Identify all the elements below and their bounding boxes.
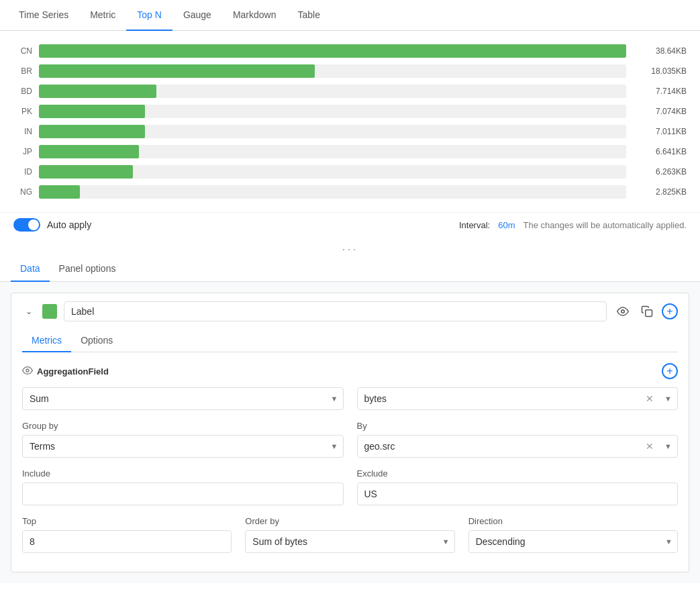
- inner-tab-options[interactable]: Options: [71, 330, 122, 352]
- field-label-text: Field: [89, 366, 109, 377]
- bar-row: BD 7.714KB: [13, 85, 687, 98]
- exclude-input[interactable]: [357, 483, 679, 505]
- auto-apply-group: Auto apply: [13, 218, 91, 232]
- color-swatch[interactable]: [42, 304, 57, 319]
- bar-track: [39, 64, 626, 78]
- order-by-group: Order by Sum of bytes Count Average ▼: [245, 516, 454, 553]
- svg-point-0: [621, 310, 625, 313]
- by-input[interactable]: [358, 436, 641, 457]
- aggregation-eye-icon[interactable]: [22, 365, 33, 378]
- by-chevron-icon[interactable]: ▼: [659, 442, 677, 450]
- bar-fill: [39, 185, 80, 199]
- field-input[interactable]: [358, 388, 641, 409]
- query-label-input[interactable]: [64, 301, 607, 321]
- bar-fill: [39, 105, 145, 118]
- bar-value: 6.641KB: [633, 147, 687, 156]
- bar-value: 7.714KB: [633, 87, 687, 96]
- top-label: Top: [22, 516, 232, 526]
- query-action-icons: +: [613, 302, 678, 321]
- exclude-label: Exclude: [357, 468, 679, 479]
- bar-value: 7.074KB: [633, 107, 687, 116]
- bar-track: [39, 44, 626, 58]
- bar-value: 18.035KB: [633, 66, 687, 76]
- bar-fill: [39, 145, 139, 158]
- aggregation-select-group: Sum Count Average Max Min ▼: [22, 387, 344, 410]
- bar-label: PK: [13, 107, 32, 116]
- query-block: ⌄ + Metrics Options: [11, 293, 689, 572]
- group-by-select[interactable]: Terms Histogram Date Histogram: [22, 435, 344, 458]
- sub-tabs: Data Panel options: [0, 256, 700, 282]
- bar-row: BR 18.035KB: [13, 64, 687, 78]
- bar-label: ID: [13, 167, 32, 177]
- include-input[interactable]: [22, 483, 344, 505]
- auto-apply-label: Auto apply: [47, 219, 91, 230]
- aggregation-label-text: Aggregation: [37, 366, 89, 377]
- more-options-dots[interactable]: ...: [0, 237, 700, 256]
- sub-tab-panel-options[interactable]: Panel options: [50, 256, 126, 282]
- include-exclude-row: Include Exclude: [22, 468, 678, 505]
- bar-value: 6.263KB: [633, 167, 687, 177]
- interval-message: The changes will be automatically applie…: [523, 220, 687, 230]
- bar-fill: [39, 44, 626, 58]
- include-group: Include: [22, 468, 344, 505]
- inner-tab-metrics[interactable]: Metrics: [22, 330, 71, 352]
- aggregation-section-label: Aggregation: [22, 365, 89, 378]
- bar-row: IN 7.011KB: [13, 125, 687, 138]
- by-input-wrapper: ✕ ▼: [357, 435, 679, 458]
- order-by-select[interactable]: Sum of bytes Count Average: [245, 530, 454, 553]
- field-clear-button[interactable]: ✕: [640, 393, 659, 404]
- tab-markdown[interactable]: Markdown: [222, 0, 287, 31]
- tab-table[interactable]: Table: [287, 0, 331, 31]
- aggregation-select-wrapper: Sum Count Average Max Min ▼: [22, 387, 344, 410]
- bar-value: 38.64KB: [633, 46, 687, 56]
- controls-bar: Auto apply Interval: 60m The changes wil…: [0, 212, 700, 237]
- bar-row: PK 7.074KB: [13, 105, 687, 118]
- bar-label: CN: [13, 46, 32, 56]
- bar-row: JP 6.641KB: [13, 145, 687, 158]
- svg-point-2: [26, 369, 29, 372]
- direction-group: Direction Descending Ascending ▼: [468, 516, 678, 553]
- bar-track: [39, 165, 626, 179]
- bar-label: IN: [13, 127, 32, 136]
- aggregation-select[interactable]: Sum Count Average Max Min: [22, 387, 344, 410]
- tab-gauge[interactable]: Gauge: [172, 0, 222, 31]
- field-chevron-icon[interactable]: ▼: [659, 395, 677, 403]
- tab-top-n[interactable]: Top N: [126, 0, 172, 31]
- by-clear-button[interactable]: ✕: [640, 441, 659, 452]
- collapse-button[interactable]: ⌄: [22, 305, 36, 318]
- copy-icon[interactable]: [638, 302, 656, 321]
- field-input-wrapper: ✕ ▼: [357, 387, 679, 410]
- tab-time-series[interactable]: Time Series: [8, 0, 79, 31]
- interval-label: Interval:: [459, 220, 490, 230]
- bar-fill: [39, 125, 145, 138]
- panel-content: ⌄ + Metrics Options: [0, 282, 700, 583]
- interval-value: 60m: [498, 220, 515, 230]
- add-aggregation-button[interactable]: +: [662, 363, 678, 379]
- sub-tab-data[interactable]: Data: [11, 256, 50, 282]
- bar-track: [39, 85, 626, 98]
- field-select-group: ✕ ▼: [357, 387, 679, 410]
- bar-track: [39, 185, 626, 199]
- direction-select[interactable]: Descending Ascending: [468, 530, 678, 553]
- svg-rect-1: [646, 310, 652, 317]
- exclude-group: Exclude: [357, 468, 679, 505]
- by-label: By: [357, 421, 679, 431]
- top-group: Top: [22, 516, 232, 553]
- bar-track: [39, 145, 626, 158]
- aggregation-row: Sum Count Average Max Min ▼ ✕ ▼: [22, 387, 678, 410]
- aggregation-header: Aggregation Field +: [22, 363, 678, 379]
- bar-row: CN 38.64KB: [13, 44, 687, 58]
- auto-apply-toggle[interactable]: [13, 218, 40, 232]
- eye-toggle-icon[interactable]: [613, 302, 632, 321]
- interval-info: Interval: 60m The changes will be automa…: [459, 220, 687, 230]
- bar-label: BR: [13, 66, 32, 76]
- top-input[interactable]: [22, 530, 232, 553]
- add-query-button[interactable]: +: [662, 303, 678, 319]
- bar-fill: [39, 85, 156, 98]
- bar-label: JP: [13, 147, 32, 156]
- query-header: ⌄ +: [22, 301, 678, 321]
- top-nav: Time Series Metric Top N Gauge Markdown …: [0, 0, 700, 31]
- group-by-row: Group by Terms Histogram Date Histogram …: [22, 421, 678, 458]
- bar-fill: [39, 64, 315, 78]
- tab-metric[interactable]: Metric: [79, 0, 126, 31]
